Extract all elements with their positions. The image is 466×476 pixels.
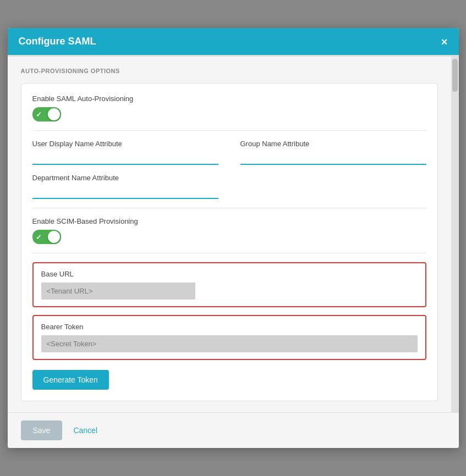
modal-header: Configure SAML ×	[8, 28, 459, 55]
base-url-label: Base URL	[41, 270, 418, 278]
user-display-name-group: User Display Name Attribute	[32, 140, 218, 165]
scim-toggle-check-icon: ✓	[36, 233, 42, 241]
close-button[interactable]: ×	[441, 36, 448, 47]
group-name-group: Group Name Attribute	[240, 140, 426, 165]
generate-token-button[interactable]: Generate Token	[32, 370, 109, 390]
scim-section: Enable SCIM-Based Provisioning ✓	[32, 217, 426, 244]
configure-saml-modal: Configure SAML × AUTO-PROVISIONING OPTIO…	[8, 28, 459, 448]
modal-body: AUTO-PROVISIONING OPTIONS Enable SAML Au…	[8, 55, 459, 412]
divider-1	[32, 130, 426, 131]
cancel-button[interactable]: Cancel	[73, 426, 97, 435]
scim-toggle-container: ✓	[32, 230, 426, 244]
auto-provisioning-card: Enable SAML Auto-Provisioning ✓ User Di	[21, 83, 438, 401]
scrollbar[interactable]	[451, 57, 459, 412]
content-area: AUTO-PROVISIONING OPTIONS Enable SAML Au…	[8, 57, 451, 412]
user-display-name-label: User Display Name Attribute	[32, 140, 218, 148]
bearer-token-box: Bearer Token	[32, 315, 426, 360]
save-button[interactable]: Save	[21, 420, 63, 440]
divider-2	[32, 208, 426, 208]
enable-scim-label: Enable SCIM-Based Provisioning	[32, 217, 426, 225]
modal-title: Configure SAML	[19, 36, 96, 47]
enable-saml-label: Enable SAML Auto-Provisioning	[32, 95, 426, 103]
bearer-token-input[interactable]	[41, 335, 418, 352]
department-name-input[interactable]	[32, 185, 218, 199]
bearer-token-label: Bearer Token	[41, 323, 418, 331]
section-heading-auto-provisioning: AUTO-PROVISIONING OPTIONS	[21, 68, 438, 74]
modal-footer: Save Cancel	[8, 412, 459, 448]
user-display-name-input[interactable]	[32, 151, 218, 165]
modal-overlay: Configure SAML × AUTO-PROVISIONING OPTIO…	[0, 0, 466, 476]
toggle-check-icon: ✓	[36, 110, 42, 119]
scrollbar-area: AUTO-PROVISIONING OPTIONS Enable SAML Au…	[8, 57, 459, 412]
scim-provisioning-toggle[interactable]: ✓	[32, 230, 61, 244]
saml-toggle-container: ✓	[32, 107, 426, 121]
scrollbar-thumb[interactable]	[452, 59, 458, 92]
field-row-1: User Display Name Attribute Group Name A…	[32, 140, 426, 165]
toggle-knob	[48, 108, 60, 120]
base-url-input[interactable]	[41, 283, 195, 300]
scim-toggle-knob	[48, 231, 60, 243]
group-name-input[interactable]	[240, 151, 426, 165]
divider-3	[32, 253, 426, 253]
field-row-2: Department Name Attribute	[32, 174, 426, 199]
group-name-label: Group Name Attribute	[240, 140, 426, 148]
department-name-group: Department Name Attribute	[32, 174, 218, 199]
saml-auto-provisioning-toggle[interactable]: ✓	[32, 107, 61, 121]
department-name-label: Department Name Attribute	[32, 174, 218, 182]
base-url-box: Base URL	[32, 262, 426, 307]
